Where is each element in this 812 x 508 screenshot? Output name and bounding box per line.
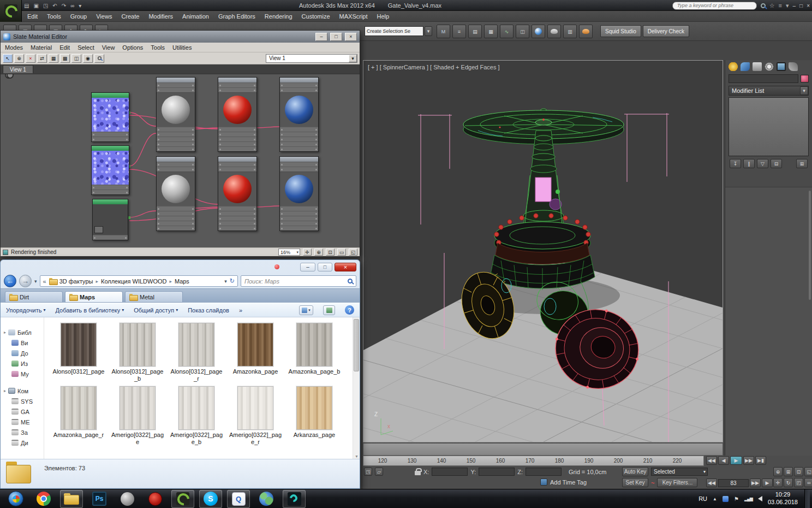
back-button[interactable]: ← xyxy=(4,275,16,287)
me-pick-material-icon[interactable]: ⊕ xyxy=(14,54,24,63)
modify-tab-icon[interactable] xyxy=(741,62,750,71)
node-header[interactable] xyxy=(218,157,256,162)
time-tag-icon[interactable] xyxy=(540,479,547,486)
menu-animation[interactable]: Animation xyxy=(182,13,209,20)
object-name-field[interactable] xyxy=(729,74,798,83)
map-node[interactable] xyxy=(92,199,128,240)
render-setup-icon[interactable] xyxy=(547,25,561,38)
texture-node[interactable] xyxy=(91,92,129,142)
mirror-icon[interactable]: M xyxy=(437,25,450,38)
breadcrumb-overflow-icon[interactable]: « xyxy=(43,278,46,285)
breadcrumb-part[interactable]: Коллекция WILDWOOD xyxy=(101,278,166,285)
preview-pane-button[interactable] xyxy=(323,305,335,315)
walk-through-icon[interactable]: ∞ xyxy=(804,478,812,487)
selection-set-dropdown[interactable]: Create Selection Se xyxy=(365,26,423,36)
sidebar-item-music[interactable]: Му xyxy=(1,369,44,379)
forward-button[interactable]: → xyxy=(19,275,32,287)
breadcrumb-bar[interactable]: « 3D фактуры ▸ Коллекция WILDWOOD ▸ Maps… xyxy=(40,275,238,287)
material-node[interactable] xyxy=(218,156,257,231)
viewport[interactable]: [ + ] [ SpinnerCamera ] [ Shaded + Edged… xyxy=(363,60,723,442)
file-thumbnail[interactable] xyxy=(61,386,97,430)
file-name[interactable]: Alonso[0312]_page_b xyxy=(109,368,166,382)
taskbar-gray-app-icon[interactable] xyxy=(116,490,139,508)
scrollbar-thumb[interactable] xyxy=(354,319,359,371)
commandbar-more-chevron[interactable]: » xyxy=(239,307,242,314)
node-header[interactable] xyxy=(280,157,318,162)
file-thumbnail[interactable] xyxy=(178,323,214,367)
menu-rendering[interactable]: Rendering xyxy=(265,13,292,20)
orbit-icon[interactable]: ↻ xyxy=(784,478,793,487)
auto-key-button[interactable]: Auto Key xyxy=(622,467,648,476)
organize-menu[interactable]: Упорядочить▾ xyxy=(6,307,45,314)
modifier-stack[interactable] xyxy=(729,97,809,156)
material-node[interactable] xyxy=(279,156,319,231)
explorer-close-button[interactable]: × xyxy=(335,263,356,271)
play-button[interactable]: ▶ xyxy=(730,456,742,465)
set-key-button[interactable]: Set Key xyxy=(622,478,648,487)
material-editor-canvas[interactable] xyxy=(1,74,360,247)
search-icon[interactable] xyxy=(761,3,766,8)
material-editor-toolbar-icon[interactable] xyxy=(532,25,545,38)
folder-tab-dirt[interactable]: Dirt xyxy=(5,291,63,303)
file-tile[interactable]: Alonso[0312]_page_b xyxy=(109,323,166,382)
explorer-titlebar[interactable]: – □ × xyxy=(1,260,360,274)
tray-app-icon[interactable] xyxy=(723,496,729,502)
address-dropdown-icon[interactable]: ▾ xyxy=(224,279,227,284)
me-menu-view[interactable]: View xyxy=(102,44,115,51)
file-tile[interactable]: Amerigo[0322]_page_r xyxy=(227,386,284,446)
utilities-tab-icon[interactable] xyxy=(789,62,798,71)
me-zoom-tool-icon[interactable] xyxy=(94,54,104,63)
go-to-end-button[interactable]: ▶▮ xyxy=(755,456,766,465)
node-header[interactable] xyxy=(157,157,195,162)
previous-frame-button[interactable]: ◀ xyxy=(718,456,729,465)
open-file-icon[interactable]: ▣ xyxy=(33,3,38,9)
panel-scrollbar[interactable] xyxy=(809,191,811,300)
curve-editor-icon[interactable]: ∿ xyxy=(500,25,514,38)
material-editor-minimize-button[interactable]: – xyxy=(315,33,327,41)
save-file-icon[interactable]: ◳ xyxy=(43,3,48,9)
sidebar-item-libraries[interactable]: ▸Библ xyxy=(1,327,44,338)
viewport-canvas[interactable] xyxy=(363,61,723,442)
remove-modifier-button[interactable]: ⊟ xyxy=(771,159,782,168)
sidebar-item-drive-ga[interactable]: GA xyxy=(1,406,44,417)
me-delete-icon[interactable]: × xyxy=(26,54,35,63)
file-thumbnail[interactable] xyxy=(237,323,273,367)
undo-icon[interactable]: ↶ xyxy=(52,3,57,9)
pan-view-icon[interactable]: ✛ xyxy=(773,478,783,487)
configure-modifier-sets-button[interactable]: ⊞ xyxy=(796,159,808,168)
me-zoom-extents-icon[interactable]: ⊡ xyxy=(326,249,335,256)
modifier-list-arrow-icon[interactable]: ▾ xyxy=(800,86,808,95)
file-thumbnail[interactable] xyxy=(296,323,332,367)
views-button[interactable]: ▾ xyxy=(299,305,313,315)
menu-modifiers[interactable]: Modifiers xyxy=(148,13,173,20)
minimize-window-button[interactable]: – xyxy=(793,3,796,9)
redo-icon[interactable]: ↷ xyxy=(62,3,66,9)
taskbar-explorer-icon[interactable] xyxy=(60,490,83,508)
menu-edit[interactable]: Edit xyxy=(27,13,38,20)
me-view-tab[interactable]: View 1 xyxy=(3,65,33,73)
play-selected-button[interactable]: ▶ xyxy=(762,479,773,487)
breadcrumb-part[interactable]: 3D фактуры xyxy=(59,278,93,285)
hidden-icons-chevron[interactable]: ▲ xyxy=(713,497,717,501)
show-end-result-button[interactable]: ∥ xyxy=(743,159,755,168)
time-slider-track[interactable] xyxy=(363,443,723,456)
sidebar-item-drive-di[interactable]: Ди xyxy=(1,438,44,448)
file-thumbnail[interactable] xyxy=(61,323,97,367)
key-mode-dropdown[interactable]: Selected▾ xyxy=(651,468,708,476)
taskbar-photoshop-icon[interactable]: Ps xyxy=(88,490,111,508)
sidebar-item-computer[interactable]: ▸Ком xyxy=(1,386,44,396)
taskbar-teal-app-icon[interactable] xyxy=(283,490,306,508)
material-editor-titlebar[interactable]: Slate Material Editor – □ × xyxy=(1,31,360,43)
file-name[interactable]: Arkanzas_page xyxy=(286,432,343,439)
graphite-ribbon-icon[interactable]: ▦ xyxy=(484,25,498,38)
me-zoom-in-icon[interactable]: ⊕ xyxy=(314,249,323,256)
restore-window-button[interactable]: □ xyxy=(799,3,803,9)
me-view-selector-arrow-icon[interactable]: ▾ xyxy=(349,55,357,62)
file-name[interactable]: Amerigo[0322]_page_r xyxy=(227,432,284,446)
clock[interactable]: 10:29 03.06.2018 xyxy=(768,491,798,506)
node-header[interactable] xyxy=(157,78,195,82)
me-fit-view-icon[interactable]: ◱ xyxy=(349,249,357,256)
node-header[interactable] xyxy=(92,146,129,151)
file-thumbnail[interactable] xyxy=(120,323,156,367)
field-of-view-icon[interactable]: ◱ xyxy=(804,467,812,476)
